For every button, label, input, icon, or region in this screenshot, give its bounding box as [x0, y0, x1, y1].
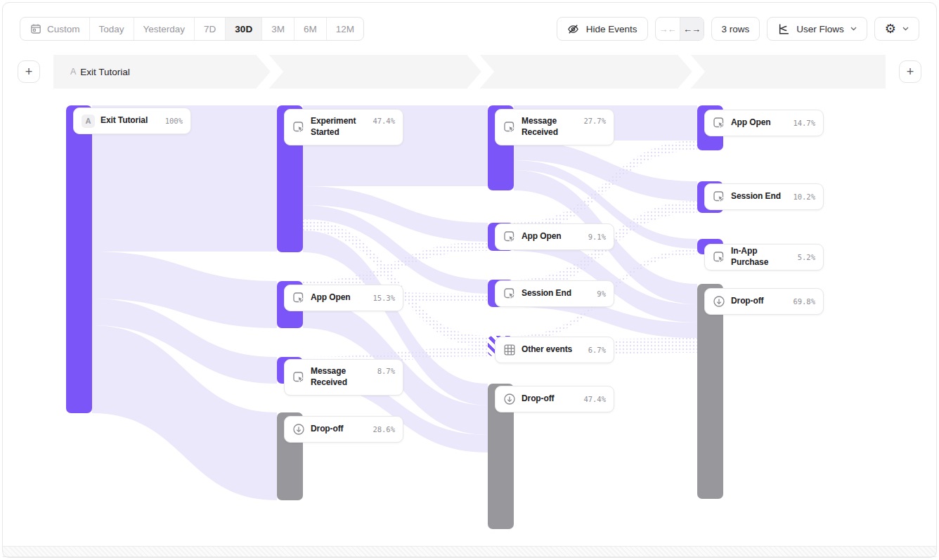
event-cursor-icon — [713, 190, 725, 203]
node-label: App Open — [311, 292, 367, 304]
drop-off-icon — [503, 393, 516, 405]
node-label: Message Received — [522, 116, 578, 138]
node-percentage: 100% — [165, 117, 183, 125]
event-cursor-icon — [503, 230, 516, 243]
date-range-30d[interactable]: 30D — [225, 18, 261, 40]
flow-node-card-ET1[interactable]: AExit Tutorial100% — [73, 108, 191, 134]
node-percentage: 5.2% — [798, 253, 815, 261]
date-range-7d[interactable]: 7D — [194, 18, 225, 40]
chevron-down-icon — [902, 27, 909, 31]
flow-steps-band[interactable]: A Exit Tutorial — [53, 55, 886, 89]
node-label: Session End — [731, 191, 787, 202]
node-percentage: 28.6% — [373, 425, 395, 434]
node-label: Message Received — [311, 366, 372, 388]
step-letter: A — [70, 67, 76, 77]
date-range-3m[interactable]: 3M — [261, 18, 294, 40]
flow-node-card-AO2[interactable]: App Open15.3% — [284, 285, 403, 311]
flow-start-step[interactable]: A Exit Tutorial — [70, 55, 130, 89]
flow-node-card-DO3[interactable]: Drop-off47.4% — [495, 386, 614, 412]
node-percentage: 47.4% — [373, 117, 395, 125]
node-percentage: 9% — [597, 289, 606, 298]
flow-node-card-MR2[interactable]: Message Received8.7% — [284, 359, 403, 396]
flow-node-card-SE3[interactable]: Session End9% — [495, 280, 614, 307]
toolbar: CustomTodayYesterday7D30D3M6M12M Hide Ev… — [20, 17, 919, 41]
date-range-selector: CustomTodayYesterday7D30D3M6M12M — [20, 17, 364, 41]
node-percentage: 47.4% — [583, 395, 606, 403]
gear-icon: ⚙ — [885, 22, 896, 35]
node-label: Drop-off — [731, 296, 787, 307]
settings-dropdown[interactable]: ⚙ — [874, 17, 919, 41]
user-flows-icon — [777, 22, 790, 35]
node-percentage: 14.7% — [793, 119, 815, 127]
other-events-grid-icon — [503, 344, 516, 356]
rows-button[interactable]: 3 rows — [711, 17, 760, 41]
event-cursor-icon — [503, 287, 516, 300]
step-letter-badge: A — [82, 115, 95, 128]
event-cursor-icon — [292, 371, 305, 384]
flow-node-card-AO3[interactable]: App Open9.1% — [495, 223, 614, 250]
flow-node-card-ES2[interactable]: Experiment Started47.4% — [284, 109, 403, 145]
node-label: Drop-off — [311, 424, 367, 435]
flow-node-card-AO4[interactable]: App Open14.7% — [704, 110, 824, 136]
node-label: Other events — [522, 344, 583, 356]
hide-events-button[interactable]: Hide Events — [557, 17, 648, 41]
flow-node-card-SE4[interactable]: Session End10.2% — [704, 183, 824, 210]
hide-events-label: Hide Events — [586, 24, 637, 34]
event-cursor-icon — [292, 292, 305, 304]
toolbar-right-group: Hide Events →← ←→ 3 rows User Flows ⚙ — [557, 17, 919, 41]
node-label: Experiment Started — [311, 116, 367, 138]
add-step-left-button[interactable]: + — [18, 60, 40, 83]
node-percentage: 8.7% — [377, 367, 395, 375]
node-percentage: 6.7% — [588, 346, 606, 354]
node-label: App Open — [522, 231, 583, 242]
flow-node-bar-DO4[interactable] — [697, 284, 723, 499]
node-percentage: 9.1% — [588, 233, 606, 241]
chart-type-dropdown[interactable]: User Flows — [767, 17, 867, 41]
chevron-down-icon — [850, 27, 857, 31]
flow-node-card-IAP4[interactable]: In-App Purchase5.2% — [704, 244, 824, 271]
flow-node-card-OE3[interactable]: Other events6.7% — [495, 337, 614, 363]
step-name: Exit Tutorial — [80, 67, 130, 77]
add-step-right-button[interactable]: + — [899, 60, 921, 83]
flow-node-card-MR3[interactable]: Message Received27.7% — [495, 109, 614, 145]
date-range-custom[interactable]: Custom — [20, 18, 89, 40]
node-label: Drop-off — [522, 393, 578, 405]
step-chevron-separators — [53, 55, 886, 89]
date-range-yesterday[interactable]: Yesterday — [134, 18, 195, 40]
date-range-6m[interactable]: 6M — [294, 18, 326, 40]
collapse-columns-button[interactable]: →← — [656, 18, 680, 40]
date-range-12m[interactable]: 12M — [326, 18, 363, 40]
event-cursor-icon — [503, 121, 516, 134]
node-percentage: 15.3% — [373, 294, 395, 302]
event-cursor-icon — [292, 121, 305, 134]
collapse-expand-toggle: →← ←→ — [655, 17, 704, 41]
flow-node-card-DO4[interactable]: Drop-off69.8% — [704, 288, 824, 315]
expand-columns-button[interactable]: ←→ — [680, 18, 704, 40]
node-label: Exit Tutorial — [101, 115, 160, 126]
rows-label: 3 rows — [722, 24, 750, 34]
chart-type-label: User Flows — [796, 24, 844, 34]
drop-off-icon — [713, 295, 725, 308]
event-cursor-icon — [713, 251, 725, 263]
eye-off-icon — [567, 22, 580, 35]
drop-off-icon — [292, 423, 305, 436]
flow-node-bar-ET1[interactable] — [66, 105, 92, 413]
date-range-today[interactable]: Today — [89, 18, 134, 40]
event-cursor-icon — [713, 117, 725, 129]
node-percentage: 10.2% — [793, 193, 815, 201]
node-percentage: 69.8% — [793, 297, 815, 306]
node-label: In-App Purchase — [731, 246, 792, 268]
node-label: Session End — [522, 288, 591, 299]
flow-node-card-DO2[interactable]: Drop-off28.6% — [284, 416, 403, 443]
node-percentage: 27.7% — [583, 117, 606, 125]
calendar-icon — [30, 22, 42, 35]
horizontal-scrollbar[interactable] — [3, 546, 936, 557]
node-label: App Open — [731, 117, 787, 129]
